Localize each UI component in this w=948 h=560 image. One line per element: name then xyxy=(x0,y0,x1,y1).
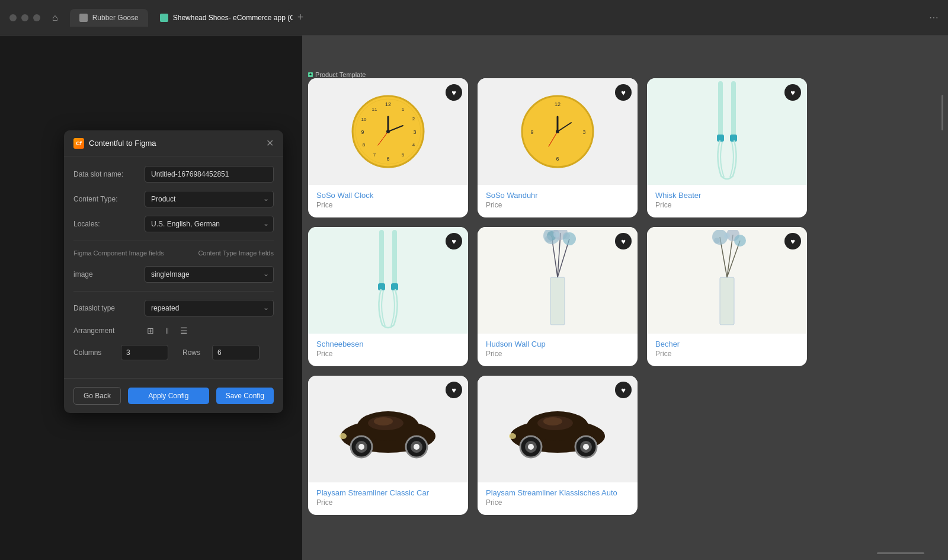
product-price-6: Price xyxy=(655,350,799,358)
browser-menu-button[interactable]: ⋯ xyxy=(929,12,939,23)
arrangement-icons: ⊞ ⦀ ☰ xyxy=(145,325,190,337)
heart-button-7[interactable]: ♥ xyxy=(446,382,462,398)
product-card-6: Becher Price ♥ xyxy=(647,227,807,366)
heart-icon-7: ♥ xyxy=(451,386,456,395)
tab-shewhead[interactable]: Shewhead Shoes- eCommerce app (C... ✕ xyxy=(150,9,293,27)
heart-button-1[interactable]: ♥ xyxy=(446,84,462,101)
svg-point-53 xyxy=(714,238,720,244)
canvas-area: ✦ Product Template 12 3 6 9 1 2 xyxy=(302,36,948,560)
plugin-close-button[interactable]: ✕ xyxy=(266,137,274,149)
svg-rect-29 xyxy=(717,135,724,142)
product-info-3: Whisk Beater Price xyxy=(647,185,807,217)
product-card-8: Playsam Streamliner Klassisches Auto Pri… xyxy=(478,376,638,515)
image-select[interactable]: singleImage xyxy=(145,266,274,283)
heart-button-5[interactable]: ♥ xyxy=(615,233,632,249)
product-image-area-8 xyxy=(478,376,638,482)
svg-point-69 xyxy=(543,417,562,425)
save-config-button[interactable]: Save Config xyxy=(216,388,274,404)
heart-button-8[interactable]: ♥ xyxy=(615,382,632,398)
svg-point-44 xyxy=(553,232,559,238)
heart-icon-8: ♥ xyxy=(621,386,626,395)
product-card-3: Whisk Beater Price ♥ xyxy=(647,78,807,217)
car-svg-1 xyxy=(329,393,447,465)
product-info-1: SoSo Wall Clock Price xyxy=(308,185,468,217)
svg-rect-46 xyxy=(720,277,734,325)
plugin-title: Contentful to Figma xyxy=(89,139,156,148)
arrangement-label: Arrangement xyxy=(73,327,145,335)
locales-select[interactable]: U.S. English, German xyxy=(145,216,274,232)
product-image-area-3 xyxy=(647,78,807,185)
car-svg-2 xyxy=(498,393,617,465)
product-image-area-1: 12 3 6 9 1 2 4 5 7 8 10 11 xyxy=(308,78,468,185)
svg-point-43 xyxy=(545,235,552,242)
product-image-area-6 xyxy=(647,227,807,334)
product-price-7: Price xyxy=(316,498,460,507)
product-image-area-2: 12 3 6 9 xyxy=(478,78,638,185)
content-type-select[interactable]: Product xyxy=(145,191,274,207)
svg-point-45 xyxy=(563,232,570,239)
whisk-svg-2 xyxy=(358,230,418,331)
product-name-4: Schneebesen xyxy=(316,340,460,348)
product-card-4: Schneebesen Price ♥ xyxy=(308,227,468,366)
columns-label: Columns xyxy=(73,348,121,357)
apply-config-button[interactable]: Apply Config xyxy=(128,388,209,404)
tab-favicon-1 xyxy=(79,14,88,22)
svg-point-76 xyxy=(509,433,516,439)
heart-icon-5: ♥ xyxy=(621,237,626,246)
scrollbar-horizontal[interactable] xyxy=(877,552,924,554)
data-slot-input[interactable] xyxy=(145,166,274,183)
traffic-light-minimize[interactable] xyxy=(21,14,28,21)
vase-svg-1 xyxy=(528,230,587,331)
heart-button-2[interactable]: ♥ xyxy=(615,84,632,101)
rows-arrangement-icon[interactable]: ☰ xyxy=(178,325,190,337)
heart-button-6[interactable]: ♥ xyxy=(784,233,801,249)
heart-button-3[interactable]: ♥ xyxy=(784,84,801,101)
svg-text:3: 3 xyxy=(582,129,585,135)
heart-icon-2: ♥ xyxy=(621,88,626,97)
new-tab-button[interactable]: + xyxy=(297,11,304,24)
rows-label: Rows xyxy=(182,348,212,357)
home-icon[interactable]: ⌂ xyxy=(52,12,58,23)
product-name-2: SoSo Wanduhr xyxy=(486,191,629,200)
content-type-label: Content Type: xyxy=(73,195,145,203)
product-image-area-4 xyxy=(308,227,468,334)
svg-rect-28 xyxy=(731,81,736,140)
product-name-7: Playsam Streamliner Classic Car xyxy=(316,488,460,497)
cols-rows-row: Columns Rows xyxy=(73,345,274,360)
plugin-title-row: Cf Contentful to Figma xyxy=(73,138,156,149)
template-label: ✦ Product Template xyxy=(308,71,366,78)
product-info-2: SoSo Wanduhr Price xyxy=(478,185,638,217)
heart-button-4[interactable]: ♥ xyxy=(446,233,462,249)
svg-rect-31 xyxy=(379,230,384,289)
dataslot-type-select[interactable]: repeated xyxy=(145,300,274,316)
template-label-text: Product Template xyxy=(315,71,366,78)
tab-rubber-goose[interactable]: Rubber Goose xyxy=(70,9,148,27)
svg-point-58 xyxy=(374,417,393,425)
plugin-footer: Go Back Apply Config Save Config xyxy=(64,378,283,413)
product-card-2: 12 3 6 9 SoSo Wanduhr Price ♥ xyxy=(478,78,638,217)
svg-text:4: 4 xyxy=(412,142,415,148)
go-back-button[interactable]: Go Back xyxy=(73,387,121,405)
product-price-5: Price xyxy=(486,350,629,358)
svg-point-52 xyxy=(734,235,746,247)
scrollbar-vertical[interactable] xyxy=(941,95,943,130)
svg-text:6: 6 xyxy=(556,156,559,162)
data-slot-row: Data slot name: xyxy=(73,166,274,183)
grid-arrangement-icon[interactable]: ⊞ xyxy=(145,325,156,337)
traffic-light-expand[interactable] xyxy=(33,14,40,21)
product-info-6: Becher Price xyxy=(647,334,807,366)
svg-text:1: 1 xyxy=(402,107,405,112)
heart-icon-6: ♥ xyxy=(790,237,795,246)
product-image-area-5 xyxy=(478,227,638,334)
product-info-4: Schneebesen Price xyxy=(308,334,468,366)
product-card-7: Playsam Streamliner Classic Car Price ♥ xyxy=(308,376,468,515)
image-select-wrapper: singleImage xyxy=(145,266,274,283)
product-name-6: Becher xyxy=(655,340,799,348)
columns-input[interactable] xyxy=(121,345,168,360)
columns-arrangement-icon[interactable]: ⦀ xyxy=(161,325,173,337)
svg-text:3: 3 xyxy=(413,129,416,135)
traffic-lights xyxy=(9,14,40,21)
rows-input[interactable] xyxy=(212,345,260,360)
svg-point-17 xyxy=(386,130,390,133)
traffic-light-close[interactable] xyxy=(9,14,17,21)
